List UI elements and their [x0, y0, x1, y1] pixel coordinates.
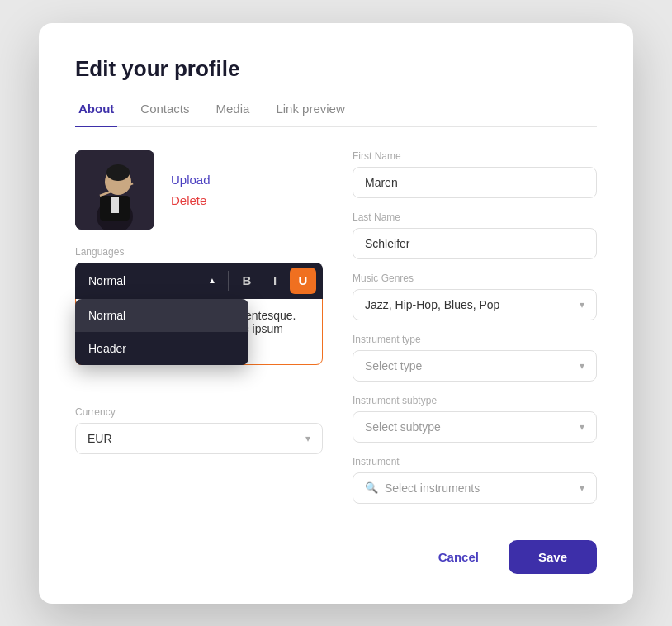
left-panel: Upload Delete Languages Normal ▲ B I U [75, 150, 323, 517]
instrument-subtype-group: Instrument subtype Select subtype ▾ [353, 395, 597, 443]
first-name-label: First Name [353, 150, 597, 162]
currency-select[interactable]: EUR ▾ [75, 423, 323, 454]
music-genres-value: Jazz, Hip-Hop, Blues, Pop [365, 298, 499, 311]
upload-button[interactable]: Upload [171, 173, 211, 187]
bold-button[interactable]: B [234, 268, 260, 294]
format-select-button[interactable]: Normal ▲ [82, 271, 223, 291]
music-genres-label: Music Genres [353, 273, 597, 284]
instrument-subtype-select[interactable]: Select subtype ▾ [353, 411, 597, 443]
content-area: Upload Delete Languages Normal ▲ B I U [75, 150, 597, 517]
currency-label: Currency [75, 406, 323, 418]
format-chevron-icon: ▲ [208, 276, 216, 285]
italic-button[interactable]: I [262, 268, 288, 294]
instrument-search-select[interactable]: 🔍 Select instruments ▾ [353, 472, 597, 504]
languages-label: Languages [75, 246, 323, 258]
instrument-search-icon: 🔍 [365, 481, 378, 494]
delete-button[interactable]: Delete [171, 193, 211, 207]
currency-row: Currency EUR ▾ [75, 406, 323, 454]
svg-point-3 [106, 164, 130, 181]
first-name-group: First Name [353, 150, 597, 198]
modal-title: Edit your profile [75, 56, 597, 82]
actions-row: Cancel Save [75, 540, 597, 574]
instrument-group: Instrument 🔍 Select instruments ▾ [353, 456, 597, 504]
toolbar-divider [228, 271, 229, 291]
instrument-subtype-label: Instrument subtype [353, 395, 597, 406]
format-dropdown: Normal Header [75, 299, 248, 365]
instrument-label: Instrument [353, 456, 597, 467]
dropdown-item-header[interactable]: Header [75, 332, 248, 365]
underline-button[interactable]: U [290, 268, 316, 294]
music-genres-group: Music Genres Jazz, Hip-Hop, Blues, Pop ▾ [353, 273, 597, 320]
text-editor-toolbar: Normal ▲ B I U Normal Header [75, 263, 323, 299]
tab-contacts[interactable]: Contacts [137, 95, 192, 127]
text-editor-container: Normal ▲ B I U Normal Header Bibendum tr… [75, 263, 323, 365]
instrument-subtype-chevron-icon: ▾ [580, 421, 584, 433]
instrument-subtype-placeholder: Select subtype [365, 420, 441, 434]
instrument-type-chevron-icon: ▾ [580, 360, 584, 372]
svg-rect-6 [111, 197, 119, 213]
save-button[interactable]: Save [509, 540, 597, 574]
instrument-type-label: Instrument type [353, 334, 597, 345]
currency-value: EUR [88, 432, 112, 445]
avatar-row: Upload Delete [75, 150, 323, 230]
avatar [75, 150, 154, 230]
right-panel: First Name Last Name Music Genres Jazz, … [353, 150, 597, 517]
avatar-actions: Upload Delete [171, 173, 211, 207]
instrument-chevron-icon: ▾ [580, 482, 584, 494]
first-name-input[interactable] [353, 167, 597, 198]
last-name-label: Last Name [353, 211, 597, 223]
last-name-input[interactable] [353, 228, 597, 259]
instrument-type-placeholder: Select type [365, 359, 422, 372]
format-select-value: Normal [88, 274, 125, 287]
music-genres-select[interactable]: Jazz, Hip-Hop, Blues, Pop ▾ [353, 289, 597, 320]
tab-media[interactable]: Media [213, 95, 253, 127]
currency-chevron-icon: ▾ [305, 433, 310, 444]
instrument-type-group: Instrument type Select type ▾ [353, 334, 597, 382]
tab-about[interactable]: About [75, 95, 117, 127]
last-name-group: Last Name [353, 211, 597, 259]
tabs-container: About Contacts Media Link preview [75, 95, 597, 127]
tab-link-preview[interactable]: Link preview [272, 95, 348, 127]
instrument-placeholder: Select instruments [385, 481, 573, 495]
music-genres-chevron-icon: ▾ [580, 299, 584, 311]
instrument-type-select[interactable]: Select type ▾ [353, 350, 597, 382]
edit-profile-modal: Edit your profile About Contacts Media L… [39, 23, 633, 604]
cancel-button[interactable]: Cancel [422, 542, 495, 572]
dropdown-item-normal[interactable]: Normal [75, 299, 248, 332]
